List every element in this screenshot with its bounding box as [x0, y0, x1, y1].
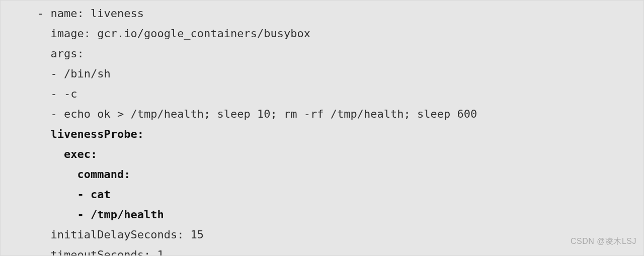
code-line: - -c [11, 88, 77, 100]
code-line: image: gcr.io/google_containers/busybox [11, 27, 310, 40]
watermark: CSDN @凌木LSJ [571, 231, 636, 251]
code-line-bold: - /tmp/health [11, 208, 164, 221]
code-line: - /bin/sh [11, 67, 111, 80]
code-line-bold: - cat [11, 188, 111, 201]
code-line: initialDelaySeconds: 15 [11, 228, 204, 241]
code-line-bold: exec: [11, 148, 97, 160]
code-line: args: [11, 47, 84, 60]
code-block: - name: liveness image: gcr.io/google_co… [1, 1, 643, 256]
code-line-bold: command: [11, 168, 130, 181]
code-line: - name: liveness [11, 7, 144, 20]
code-line: timeoutSeconds: 1 [11, 248, 164, 256]
code-line: - echo ok > /tmp/health; sleep 10; rm -r… [11, 108, 477, 120]
code-line-bold: livenessProbe: [11, 128, 144, 140]
